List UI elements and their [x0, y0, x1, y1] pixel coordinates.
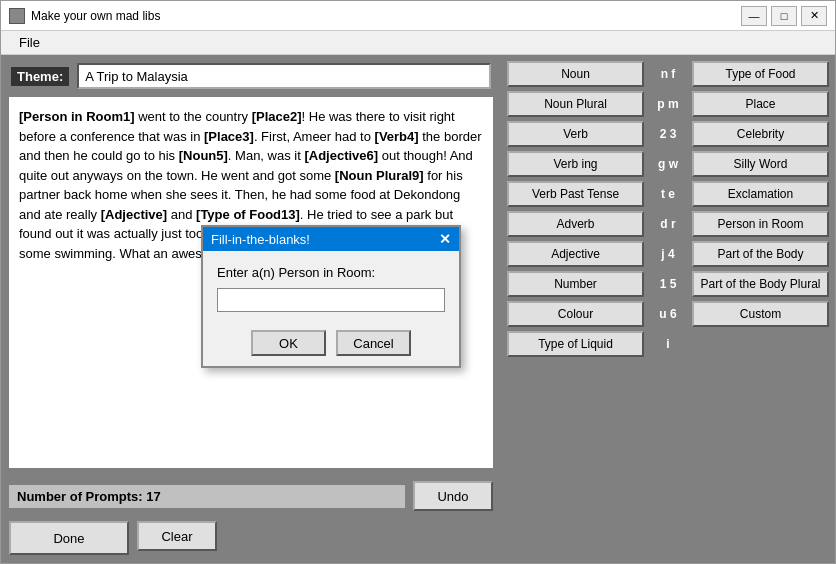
dialog-input[interactable]	[217, 288, 445, 312]
maximize-button[interactable]: □	[771, 6, 797, 26]
dialog-title: Fill-in-the-blanks!	[211, 232, 310, 247]
dialog-prompt: Enter a(n) Person in Room:	[217, 265, 445, 280]
main-window: Make your own mad libs — □ ✕ File Theme:…	[0, 0, 836, 564]
dialog-buttons: OK Cancel	[203, 322, 459, 366]
file-menu[interactable]: File	[9, 33, 50, 52]
dialog-title-bar: Fill-in-the-blanks! ✕	[203, 227, 459, 251]
dialog-box: Fill-in-the-blanks! ✕ Enter a(n) Person …	[201, 225, 461, 368]
window-title: Make your own mad libs	[31, 9, 741, 23]
main-content: Theme: [Person in Room1] went to the cou…	[1, 55, 835, 563]
dialog-ok-button[interactable]: OK	[251, 330, 326, 356]
dialog-cancel-button[interactable]: Cancel	[336, 330, 411, 356]
app-icon	[9, 8, 25, 24]
title-bar: Make your own mad libs — □ ✕	[1, 1, 835, 31]
minimize-button[interactable]: —	[741, 6, 767, 26]
dialog-overlay: Fill-in-the-blanks! ✕ Enter a(n) Person …	[1, 55, 835, 563]
dialog-body: Enter a(n) Person in Room:	[203, 251, 459, 322]
title-bar-controls: — □ ✕	[741, 6, 827, 26]
dialog-close-button[interactable]: ✕	[439, 231, 451, 247]
menu-bar: File	[1, 31, 835, 55]
close-button[interactable]: ✕	[801, 6, 827, 26]
